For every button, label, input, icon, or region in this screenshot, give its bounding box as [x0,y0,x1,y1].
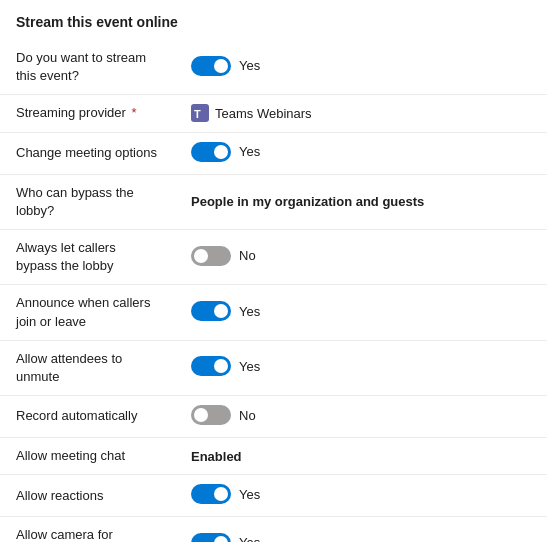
toggle-track-record-auto[interactable] [191,405,231,425]
value-record-auto[interactable]: No [175,396,547,438]
settings-row-callers-bypass: Always let callers bypass the lobbyNo [0,229,547,284]
provider-name: Teams Webinars [215,106,312,121]
toggle-label-change-meeting-options: Yes [239,144,260,159]
label-bypass-lobby: Who can bypass the lobby? [0,174,175,229]
settings-row-camera-attendees: Allow camera for attendeesYes [0,517,547,542]
label-record-auto: Record automatically [0,396,175,438]
value-bypass-lobby: People in my organization and guests [175,174,547,229]
value-reactions[interactable]: Yes [175,475,547,517]
value-streaming-provider: TTeams Webinars [175,95,547,132]
bold-value-bypass-lobby: People in my organization and guests [191,194,424,209]
required-star: * [128,105,137,120]
toggle-track-stream-event[interactable] [191,56,231,76]
toggle-thumb-record-auto [194,408,208,422]
toggle-label-allow-unmute: Yes [239,359,260,374]
settings-row-streaming-provider: Streaming provider *TTeams Webinars [0,95,547,132]
value-meeting-chat: Enabled [175,438,547,475]
settings-row-bypass-lobby: Who can bypass the lobby?People in my or… [0,174,547,229]
toggle-thumb-announce-callers [214,304,228,318]
toggle-thumb-stream-event [214,59,228,73]
toggle-change-meeting-options[interactable]: Yes [191,142,260,162]
teams-icon: T [191,104,209,122]
toggle-label-callers-bypass: No [239,248,256,263]
toggle-label-stream-event: Yes [239,58,260,73]
toggle-track-change-meeting-options[interactable] [191,142,231,162]
settings-row-change-meeting-options: Change meeting optionsYes [0,132,547,174]
toggle-camera-attendees[interactable]: Yes [191,533,260,542]
toggle-track-callers-bypass[interactable] [191,246,231,266]
value-stream-event[interactable]: Yes [175,40,547,95]
label-callers-bypass: Always let callers bypass the lobby [0,229,175,284]
toggle-announce-callers[interactable]: Yes [191,301,260,321]
provider-wrap: TTeams Webinars [191,104,531,122]
toggle-thumb-reactions [214,487,228,501]
toggle-reactions[interactable]: Yes [191,484,260,504]
toggle-thumb-change-meeting-options [214,145,228,159]
settings-row-record-auto: Record automaticallyNo [0,396,547,438]
settings-row-meeting-chat: Allow meeting chatEnabled [0,438,547,475]
label-reactions: Allow reactions [0,475,175,517]
toggle-label-record-auto: No [239,408,256,423]
value-allow-unmute[interactable]: Yes [175,340,547,395]
bold-value-meeting-chat: Enabled [191,449,242,464]
toggle-label-announce-callers: Yes [239,304,260,319]
toggle-track-reactions[interactable] [191,484,231,504]
svg-text:T: T [194,108,201,120]
toggle-thumb-camera-attendees [214,536,228,542]
toggle-label-reactions: Yes [239,487,260,502]
label-meeting-chat: Allow meeting chat [0,438,175,475]
toggle-stream-event[interactable]: Yes [191,56,260,76]
label-change-meeting-options: Change meeting options [0,132,175,174]
settings-row-allow-unmute: Allow attendees to unmuteYes [0,340,547,395]
settings-row-announce-callers: Announce when callers join or leaveYes [0,285,547,340]
label-stream-event: Do you want to stream this event? [0,40,175,95]
toggle-track-camera-attendees[interactable] [191,533,231,542]
value-camera-attendees[interactable]: Yes [175,517,547,542]
toggle-allow-unmute[interactable]: Yes [191,356,260,376]
toggle-track-allow-unmute[interactable] [191,356,231,376]
label-camera-attendees: Allow camera for attendees [0,517,175,542]
value-announce-callers[interactable]: Yes [175,285,547,340]
value-change-meeting-options[interactable]: Yes [175,132,547,174]
settings-row-stream-event: Do you want to stream this event?Yes [0,40,547,95]
toggle-thumb-allow-unmute [214,359,228,373]
value-callers-bypass[interactable]: No [175,229,547,284]
settings-row-reactions: Allow reactionsYes [0,475,547,517]
toggle-track-announce-callers[interactable] [191,301,231,321]
toggle-record-auto[interactable]: No [191,405,256,425]
toggle-label-camera-attendees: Yes [239,535,260,542]
label-streaming-provider: Streaming provider * [0,95,175,132]
toggle-thumb-callers-bypass [194,249,208,263]
label-announce-callers: Announce when callers join or leave [0,285,175,340]
page-title: Stream this event online [0,0,547,40]
toggle-callers-bypass[interactable]: No [191,246,256,266]
settings-table: Do you want to stream this event?YesStre… [0,40,547,542]
label-allow-unmute: Allow attendees to unmute [0,340,175,395]
